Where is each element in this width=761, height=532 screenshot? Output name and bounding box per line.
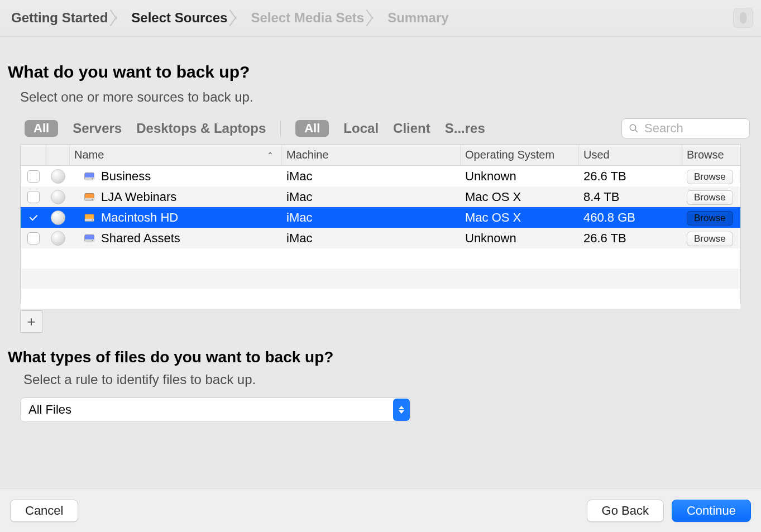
row-machine: iMac bbox=[282, 169, 461, 184]
select-stepper-icon bbox=[393, 399, 410, 421]
row-name: Shared Assets bbox=[101, 231, 180, 246]
filter-client[interactable]: Client bbox=[393, 121, 430, 136]
divider bbox=[280, 121, 281, 136]
row-name: Business bbox=[101, 169, 151, 184]
row-checkbox[interactable] bbox=[27, 191, 40, 203]
status-indicator-icon bbox=[51, 169, 65, 184]
sources-subtitle: Select one or more sources to back up. bbox=[20, 89, 753, 105]
browse-button[interactable]: Browse bbox=[687, 211, 733, 226]
filter-servers[interactable]: Servers bbox=[73, 121, 122, 136]
sources-title: What do you want to back up? bbox=[8, 63, 753, 82]
filter-all-locations[interactable]: All bbox=[295, 120, 329, 137]
go-back-button[interactable]: Go Back bbox=[587, 500, 664, 522]
drive-icon bbox=[83, 232, 95, 245]
row-checkbox[interactable] bbox=[27, 170, 40, 183]
filter-all-types[interactable]: All bbox=[25, 120, 58, 137]
drive-icon bbox=[83, 212, 95, 224]
status-indicator-icon bbox=[51, 210, 65, 225]
sort-caret-icon: ⌃ bbox=[267, 151, 274, 160]
rule-select[interactable]: All Files bbox=[20, 397, 411, 422]
add-source-button[interactable]: + bbox=[20, 310, 42, 333]
rules-subtitle: Select a rule to identify files to back … bbox=[23, 372, 753, 387]
svg-point-4 bbox=[92, 178, 93, 179]
rule-select-value: All Files bbox=[28, 402, 71, 417]
table-row[interactable]: Shared Assets iMac Unknown 26.6 TB Brows… bbox=[21, 228, 740, 248]
filter-desktops[interactable]: Desktops & Laptops bbox=[136, 121, 266, 136]
crumb-summary[interactable]: Summary bbox=[382, 7, 454, 29]
drive-icon bbox=[83, 170, 95, 183]
table-row[interactable]: LJA Webinars iMac Mac OS X 8.4 TB Browse bbox=[21, 186, 740, 207]
table-body: Business iMac Unknown 26.6 TB Browse LJA… bbox=[21, 166, 740, 248]
row-checkbox[interactable] bbox=[27, 212, 40, 224]
breadcrumb: Getting Started Select Sources Select Me… bbox=[0, 0, 761, 36]
filter-shares[interactable]: S...res bbox=[445, 121, 485, 136]
crumb-getting-started[interactable]: Getting Started bbox=[6, 7, 113, 29]
svg-point-10 bbox=[92, 219, 93, 221]
row-name: Macintosh HD bbox=[101, 210, 178, 225]
footer: Cancel Go Back Continue bbox=[0, 488, 761, 532]
row-used: 8.4 TB bbox=[579, 190, 682, 204]
browse-button[interactable]: Browse bbox=[687, 232, 733, 246]
row-machine: iMac bbox=[282, 190, 461, 204]
table-row[interactable]: Macintosh HD iMac Mac OS X 460.8 GB Brow… bbox=[21, 207, 740, 228]
row-os: Unknown bbox=[461, 169, 579, 184]
status-indicator-icon bbox=[51, 190, 65, 204]
svg-point-0 bbox=[630, 124, 636, 131]
browse-button[interactable]: Browse bbox=[687, 190, 733, 205]
table-header: Name ⌃ Machine Operating System Used Bro… bbox=[21, 145, 740, 166]
col-machine[interactable]: Machine bbox=[282, 145, 461, 165]
col-os[interactable]: Operating System bbox=[461, 145, 579, 165]
row-os: Mac OS X bbox=[461, 210, 579, 225]
page-body: What do you want to back up? Select one … bbox=[0, 36, 761, 488]
table-row[interactable]: Business iMac Unknown 26.6 TB Browse bbox=[21, 166, 740, 186]
svg-point-7 bbox=[92, 199, 93, 200]
continue-button[interactable]: Continue bbox=[672, 500, 751, 522]
row-used: 26.6 TB bbox=[579, 169, 682, 184]
col-name[interactable]: Name ⌃ bbox=[70, 145, 282, 165]
row-machine: iMac bbox=[282, 231, 461, 246]
sources-table: Name ⌃ Machine Operating System Used Bro… bbox=[20, 144, 741, 304]
cancel-button[interactable]: Cancel bbox=[10, 500, 78, 522]
chevron-icon bbox=[114, 8, 125, 28]
chevron-icon bbox=[371, 8, 381, 28]
search-input[interactable] bbox=[643, 121, 743, 136]
crumb-select-sources[interactable]: Select Sources bbox=[126, 7, 233, 29]
activity-indicator bbox=[733, 8, 753, 28]
row-os: Mac OS X bbox=[461, 190, 579, 204]
browse-button[interactable]: Browse bbox=[687, 170, 733, 184]
row-machine: iMac bbox=[282, 210, 461, 225]
row-name: LJA Webinars bbox=[101, 190, 176, 204]
search-field[interactable] bbox=[621, 118, 750, 138]
col-browse[interactable]: Browse bbox=[682, 145, 741, 165]
drive-icon bbox=[83, 191, 95, 203]
filter-bar: All Servers Desktops & Laptops All Local… bbox=[8, 115, 753, 144]
filter-local[interactable]: Local bbox=[343, 121, 379, 136]
svg-point-13 bbox=[92, 240, 93, 241]
row-os: Unknown bbox=[461, 231, 579, 246]
col-used[interactable]: Used bbox=[579, 145, 682, 165]
status-indicator-icon bbox=[51, 231, 65, 246]
row-used: 26.6 TB bbox=[579, 231, 682, 246]
chevron-icon bbox=[234, 8, 244, 28]
row-used: 460.8 GB bbox=[579, 210, 682, 225]
crumb-select-media-sets[interactable]: Select Media Sets bbox=[245, 7, 370, 29]
svg-line-1 bbox=[635, 130, 638, 132]
row-checkbox[interactable] bbox=[27, 232, 40, 245]
search-icon bbox=[629, 123, 639, 133]
rules-title: What types of files do you want to back … bbox=[8, 348, 753, 366]
